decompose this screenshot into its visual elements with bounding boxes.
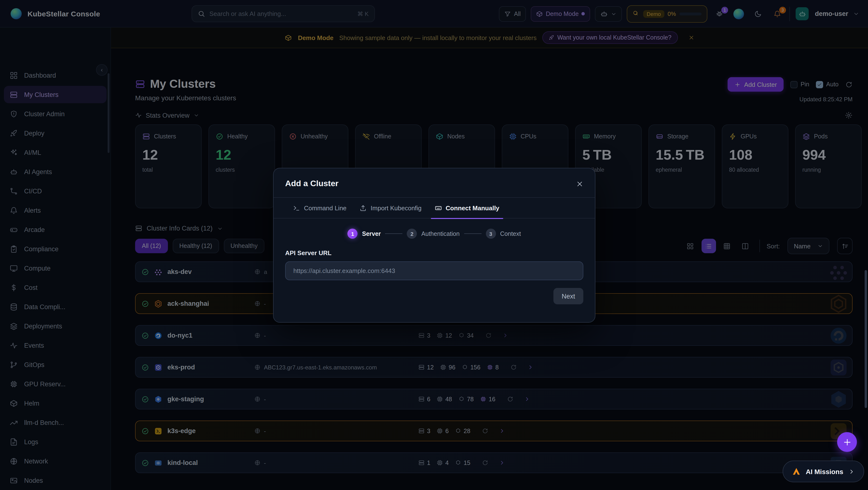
tab-connect-manually[interactable]: Connect Manually — [434, 197, 499, 219]
modal-tabs: Command LineImport KubeconfigConnect Man… — [274, 197, 595, 219]
step-label: Server — [362, 230, 381, 237]
keyboard-icon — [434, 204, 442, 211]
next-button[interactable]: Next — [553, 288, 583, 304]
modal-stepper: 1Server2Authentication3Context — [274, 229, 595, 239]
ai-missions-button[interactable]: AI Missions — [783, 461, 864, 482]
upload-icon — [360, 204, 367, 211]
modal-title: Add a Cluster — [285, 179, 338, 189]
tab-label: Command Line — [304, 204, 346, 211]
step-context: 3Context — [486, 229, 521, 239]
step-number: 2 — [407, 229, 417, 239]
step-server: 1Server — [348, 229, 381, 239]
step-label: Authentication — [422, 230, 460, 237]
api-server-url-input[interactable] — [292, 267, 576, 275]
app-window: KubeStellar Console Search or ask AI any… — [0, 0, 868, 490]
step-authentication: 2Authentication — [407, 229, 460, 239]
tab-label: Connect Manually — [445, 204, 499, 211]
step-number: 1 — [348, 229, 358, 239]
stepper-connector — [385, 233, 403, 234]
ai-missions-logo-icon — [792, 467, 801, 476]
tab-import-kubeconfig[interactable]: Import Kubeconfig — [360, 197, 422, 219]
add-cluster-modal: Add a Cluster Command LineImport Kubecon… — [273, 168, 595, 323]
tab-command-line[interactable]: Command Line — [293, 197, 346, 219]
api-server-url-label: API Server URL — [285, 249, 595, 257]
terminal-icon — [293, 204, 300, 211]
stepper-connector — [464, 233, 481, 234]
step-label: Context — [500, 230, 521, 237]
api-server-url-field[interactable] — [285, 261, 583, 280]
tab-label: Import Kubeconfig — [371, 204, 422, 211]
modal-close-icon[interactable] — [576, 180, 583, 187]
step-number: 3 — [486, 229, 496, 239]
page-scrollbar[interactable] — [865, 270, 867, 408]
add-fab-button[interactable] — [837, 432, 857, 452]
chevron-right-icon — [848, 468, 855, 475]
